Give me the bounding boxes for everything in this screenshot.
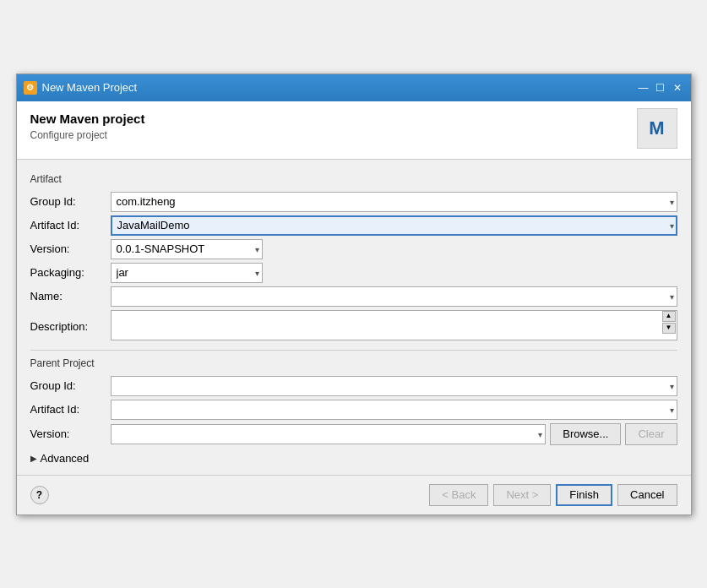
version-row: Version: 0.0.1-SNAPSHOT ▾ — [30, 239, 677, 259]
parent-version-select[interactable] — [111, 424, 547, 444]
title-bar-left: ⚙ New Maven Project — [24, 81, 138, 95]
name-label: Name: — [30, 290, 106, 302]
group-id-label: Group Id: — [30, 195, 106, 208]
close-button[interactable]: ✕ — [671, 81, 684, 95]
browse-button[interactable]: Browse... — [550, 423, 621, 445]
finish-button[interactable]: Finish — [556, 484, 612, 506]
packaging-row: Packaging: jar war pom ▾ — [30, 263, 677, 283]
parent-group-id-input[interactable] — [111, 376, 677, 396]
advanced-label: Advanced — [41, 452, 90, 465]
description-wrapper: ▲ ▼ — [111, 310, 677, 343]
advanced-arrow-icon: ▶ — [30, 454, 37, 463]
advanced-row[interactable]: ▶ Advanced — [30, 452, 677, 465]
description-input[interactable] — [111, 310, 677, 340]
version-select[interactable]: 0.0.1-SNAPSHOT — [111, 239, 263, 259]
name-wrapper: ▾ — [111, 286, 677, 307]
parent-group-id-wrapper: ▾ — [111, 376, 677, 396]
description-spin-up[interactable]: ▲ — [662, 311, 676, 322]
artifact-id-wrapper: ▾ — [111, 215, 677, 236]
divider-1 — [30, 350, 677, 351]
version-label: Version: — [30, 242, 106, 255]
main-window: ⚙ New Maven Project — ☐ ✕ New Maven proj… — [16, 74, 692, 515]
clear-button[interactable]: Clear — [625, 423, 677, 445]
parent-version-label: Version: — [30, 427, 106, 440]
back-button[interactable]: < Back — [429, 484, 488, 506]
window-title: New Maven Project — [42, 81, 138, 94]
parent-artifact-id-label: Artifact Id: — [30, 403, 106, 416]
name-row: Name: ▾ — [30, 286, 677, 307]
group-id-row: Group Id: ▾ — [30, 192, 677, 212]
parent-version-row: Version: ▾ Browse... Clear — [30, 423, 677, 445]
parent-artifact-id-row: Artifact Id: ▾ — [30, 400, 677, 420]
help-button[interactable]: ? — [30, 486, 49, 504]
packaging-select[interactable]: jar war pom — [111, 263, 263, 283]
description-row: Description: ▲ ▼ — [30, 310, 677, 343]
title-bar-controls: — ☐ ✕ — [637, 81, 684, 95]
packaging-label: Packaging: — [30, 266, 106, 279]
next-button[interactable]: Next > — [493, 484, 551, 506]
artifact-id-row: Artifact Id: ▾ — [30, 215, 677, 236]
header-text: New Maven project Configure project — [30, 112, 145, 141]
minimize-button[interactable]: — — [637, 81, 650, 95]
name-input[interactable] — [111, 286, 677, 307]
footer: ? < Back Next > Finish Cancel — [17, 475, 691, 514]
window-icon: ⚙ — [24, 81, 37, 95]
packaging-wrapper: jar war pom ▾ — [111, 263, 263, 283]
group-id-wrapper: ▾ — [111, 192, 677, 212]
page-subtitle: Configure project — [30, 129, 145, 141]
parent-artifact-id-wrapper: ▾ — [111, 400, 677, 420]
parent-version-wrapper: ▾ — [111, 424, 547, 444]
maximize-button[interactable]: ☐ — [654, 81, 667, 95]
content-area: Artifact Group Id: ▾ Artifact Id: ▾ Vers… — [17, 160, 691, 475]
maven-icon: M — [637, 108, 677, 149]
artifact-id-input[interactable] — [111, 215, 677, 236]
description-spinners: ▲ ▼ — [662, 311, 676, 334]
header-section: New Maven project Configure project M — [17, 101, 691, 160]
description-spin-down[interactable]: ▼ — [662, 323, 676, 334]
cancel-button[interactable]: Cancel — [617, 484, 677, 506]
version-wrapper: 0.0.1-SNAPSHOT ▾ — [111, 239, 263, 259]
footer-left: ? — [30, 486, 49, 504]
parent-section-label: Parent Project — [30, 357, 677, 369]
parent-group-id-row: Group Id: ▾ — [30, 376, 677, 396]
artifact-section-label: Artifact — [30, 173, 677, 185]
parent-group-id-label: Group Id: — [30, 379, 106, 392]
group-id-input[interactable] — [111, 192, 677, 212]
page-title: New Maven project — [30, 112, 145, 126]
artifact-id-label: Artifact Id: — [30, 219, 106, 231]
title-bar: ⚙ New Maven Project — ☐ ✕ — [17, 74, 691, 101]
parent-artifact-id-input[interactable] — [111, 400, 677, 420]
footer-right: < Back Next > Finish Cancel — [429, 484, 677, 506]
description-label: Description: — [30, 320, 106, 333]
